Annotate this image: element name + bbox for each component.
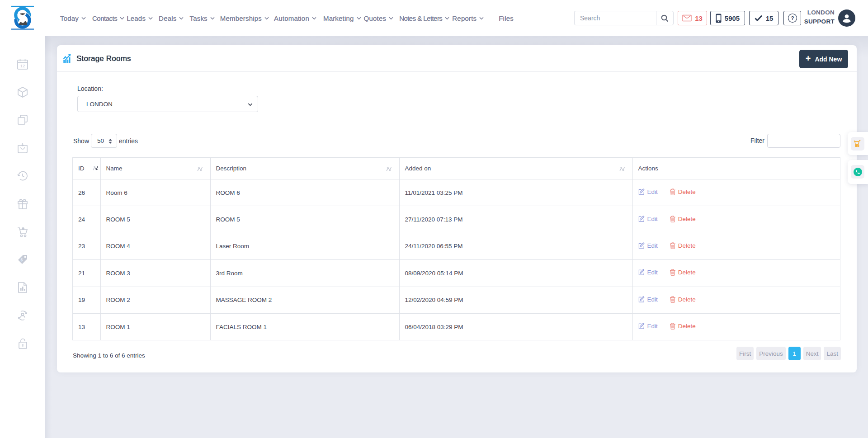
- svg-text:$: $: [20, 258, 23, 262]
- svg-text:12: 12: [20, 63, 25, 68]
